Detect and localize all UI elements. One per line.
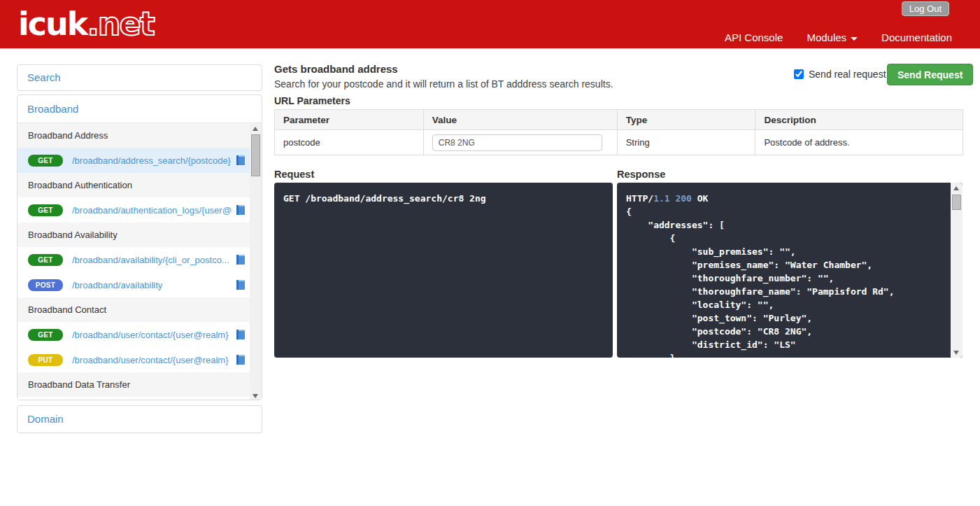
table-header-row: Parameter Value Type Description bbox=[275, 110, 963, 130]
list-filler bbox=[17, 397, 262, 400]
url-parameters-table: Parameter Value Type Description postcod… bbox=[274, 109, 963, 155]
clipboard-icon[interactable] bbox=[236, 355, 245, 365]
sidebar-panel-broadband: Broadband Broadband Address GET /broadba… bbox=[17, 94, 262, 400]
clipboard-icon[interactable] bbox=[236, 280, 245, 290]
postcode-value-input[interactable] bbox=[432, 134, 602, 151]
column-header-parameter: Parameter bbox=[275, 110, 424, 130]
response-json-line: "district_id": "LS" bbox=[626, 338, 943, 351]
response-json-line: } bbox=[626, 351, 943, 358]
param-name-cell: postcode bbox=[275, 130, 424, 155]
table-row: postcode String Postcode of address. bbox=[275, 130, 963, 155]
response-json-line: { bbox=[626, 205, 943, 218]
main-nav: API Console Modules Documentation bbox=[725, 31, 952, 43]
sidebar-item-domain[interactable]: Domain bbox=[17, 406, 262, 433]
endpoint-path[interactable]: /broadband/availability/{cli_or_postco..… bbox=[72, 255, 232, 265]
api-console-page: icuk.net Log Out API Console Modules Doc… bbox=[0, 0, 980, 506]
clipboard-icon[interactable] bbox=[236, 330, 245, 339]
method-badge-post: POST bbox=[28, 279, 63, 291]
response-code-panel: HTTP/1.1 200 OK { "addresses": [ { "sub_… bbox=[617, 183, 963, 358]
method-badge-get: GET bbox=[28, 155, 63, 167]
scroll-up-arrow[interactable] bbox=[951, 183, 963, 193]
endpoint-path[interactable]: /broadband/user/contact/{user@realm} bbox=[72, 355, 232, 365]
response-json-line: "postcode": "CR8 2NG", bbox=[626, 325, 943, 338]
param-type-cell: String bbox=[617, 130, 755, 155]
response-label: Response bbox=[617, 169, 665, 180]
chevron-down-icon bbox=[851, 37, 858, 41]
nav-api-console[interactable]: API Console bbox=[725, 31, 783, 43]
method-badge-get: GET bbox=[28, 254, 63, 266]
response-scrollbar[interactable] bbox=[951, 183, 963, 358]
send-real-request-label[interactable]: Send real request bbox=[809, 69, 886, 80]
response-status-line: HTTP/1.1 200 OK bbox=[626, 192, 943, 205]
endpoint-get-authentication-logs[interactable]: GET /broadband/authentication_logs/{user… bbox=[17, 197, 251, 223]
scroll-down-arrow[interactable] bbox=[250, 391, 262, 400]
scroll-down-arrow[interactable] bbox=[951, 347, 963, 358]
request-code: GET /broadband/address_search/cr8 2ng bbox=[283, 192, 604, 205]
broadband-endpoint-list: Broadband Address GET /broadband/address… bbox=[17, 122, 262, 400]
response-json-line: "premises_name": "Water Chamber", bbox=[626, 258, 943, 272]
endpoint-path[interactable]: /broadband/availability bbox=[72, 280, 232, 290]
response-json-line: "post_town": "Purley", bbox=[626, 311, 943, 325]
sidebar-scrollbar[interactable] bbox=[250, 123, 262, 400]
group-header-broadband-availability: Broadband Availability bbox=[17, 223, 262, 247]
endpoint-path[interactable]: /broadband/address_search/{postcode} bbox=[72, 155, 232, 166]
endpoint-get-address-search[interactable]: GET /broadband/address_search/{postcode} bbox=[17, 148, 251, 173]
response-json-line: "thoroughfare_number": "", bbox=[626, 272, 943, 285]
endpoint-post-availability[interactable]: POST /broadband/availability bbox=[17, 272, 251, 297]
scroll-up-arrow[interactable] bbox=[250, 123, 262, 134]
group-header-broadband-authentication: Broadband Authentication bbox=[17, 173, 262, 197]
logo-text-solid: icuk bbox=[18, 5, 87, 43]
column-header-description: Description bbox=[755, 110, 963, 130]
sidebar-panel-domain: Domain bbox=[17, 405, 262, 433]
param-description-cell: Postcode of address. bbox=[755, 130, 963, 155]
column-header-type: Type bbox=[617, 110, 755, 130]
send-real-request-control: Send real request bbox=[794, 69, 886, 80]
request-code-panel: GET /broadband/address_search/cr8 2ng bbox=[274, 183, 613, 358]
clipboard-icon[interactable] bbox=[236, 205, 245, 215]
clipboard-icon[interactable] bbox=[236, 155, 245, 165]
method-badge-put: PUT bbox=[28, 354, 63, 366]
endpoint-path[interactable]: /broadband/user/contact/{user@realm} bbox=[72, 330, 232, 340]
page-title: Gets broadband address bbox=[274, 63, 398, 75]
request-label: Request bbox=[274, 169, 314, 180]
send-request-button[interactable]: Send Request bbox=[887, 64, 973, 85]
endpoint-get-user-contact[interactable]: GET /broadband/user/contact/{user@realm} bbox=[17, 322, 251, 347]
response-json-line: { bbox=[626, 232, 943, 245]
response-json-line: "addresses": [ bbox=[626, 218, 943, 232]
sidebar-panel-search: Search bbox=[17, 64, 262, 91]
scroll-thumb[interactable] bbox=[251, 134, 260, 176]
endpoint-put-user-contact[interactable]: PUT /broadband/user/contact/{user@realm} bbox=[17, 347, 251, 372]
group-header-broadband-data-transfer: Broadband Data Transfer bbox=[17, 372, 262, 397]
group-header-broadband-contact: Broadband Contact bbox=[17, 297, 262, 322]
page-description: Search for your postcode and it will ret… bbox=[274, 78, 613, 90]
response-json-line: "thoroughfare_name": "Pampisford Rd", bbox=[626, 285, 943, 298]
nav-modules-label: Modules bbox=[807, 31, 846, 43]
param-value-cell bbox=[423, 130, 617, 155]
top-header: icuk.net Log Out API Console Modules Doc… bbox=[0, 0, 980, 49]
method-badge-get: GET bbox=[28, 329, 63, 341]
column-header-value: Value bbox=[423, 110, 617, 130]
icuk-logo: icuk.net bbox=[18, 3, 154, 45]
send-real-request-checkbox[interactable] bbox=[794, 69, 804, 79]
endpoint-get-availability[interactable]: GET /broadband/availability/{cli_or_post… bbox=[17, 247, 251, 272]
group-header-broadband-address: Broadband Address bbox=[17, 123, 262, 148]
sidebar-item-search[interactable]: Search bbox=[17, 65, 262, 90]
url-parameters-title: URL Parameters bbox=[274, 95, 350, 106]
response-json-line: "sub_premises": "", bbox=[626, 245, 943, 258]
nav-documentation[interactable]: Documentation bbox=[881, 31, 952, 43]
endpoint-path[interactable]: /broadband/authentication_logs/{user@r..… bbox=[72, 205, 232, 216]
response-json-line: "locality": "", bbox=[626, 298, 943, 311]
nav-modules[interactable]: Modules bbox=[807, 31, 858, 43]
method-badge-get: GET bbox=[28, 204, 63, 216]
scroll-thumb[interactable] bbox=[952, 195, 961, 210]
logo-text-outline: .net bbox=[87, 5, 153, 43]
sidebar-item-broadband[interactable]: Broadband bbox=[17, 95, 262, 122]
logout-button[interactable]: Log Out bbox=[902, 1, 949, 16]
clipboard-icon[interactable] bbox=[236, 255, 245, 265]
